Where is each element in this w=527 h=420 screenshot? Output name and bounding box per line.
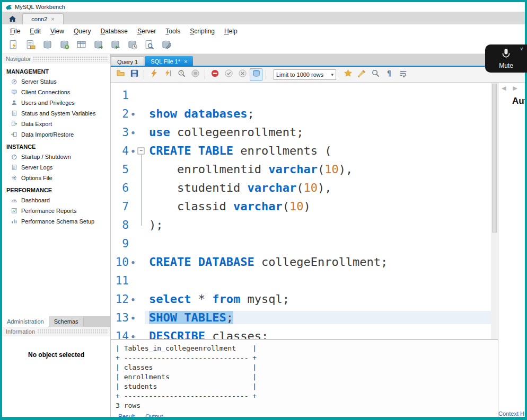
context-help-label[interactable]: Context H [498,410,524,417]
code-line-6[interactable]: 6 studentid varchar(10), [111,178,491,197]
menu-item-database[interactable]: Database [96,24,133,38]
new-connection-button[interactable] [40,39,54,53]
nav-item-data-import-restore[interactable]: Data Import/Restore [2,129,110,140]
menu-item-tools[interactable]: Tools [161,24,185,38]
code-line-8[interactable]: 8); [111,216,491,234]
find-button[interactable] [369,68,382,81]
code-line-14[interactable]: 14●DESCRIBE classes; [111,327,491,339]
mute-label: Mute [499,62,513,69]
line-number: 1 [111,89,129,102]
menu-item-edit[interactable]: Edit [25,24,46,38]
fold-guide [137,123,145,141]
connection-tab-conn2[interactable]: conn2 × [22,13,64,24]
nav-item-server-status[interactable]: Server Status [2,76,110,87]
tab-schemas[interactable]: Schemas [49,316,84,327]
scrollbar-thumb[interactable] [492,84,497,233]
result-tab-partial[interactable]: Output [145,413,163,417]
result-tab-partial[interactable]: Result [118,413,135,417]
tab-query-1[interactable]: Query 1 [111,56,144,67]
home-tab[interactable] [2,13,22,24]
sql-editor[interactable]: 12●show databases;3●use collegeenrollmen… [111,83,498,339]
commit-button[interactable] [222,68,235,81]
server-backup-button[interactable] [125,39,139,53]
rollback-button[interactable] [236,68,249,81]
menu-item-scripting[interactable]: Scripting [185,24,219,38]
line-number: 10 [111,256,129,269]
nav-item-performance-schema-setup[interactable]: Performance Schema Setup [2,216,110,227]
menu-item-view[interactable]: View [46,24,69,38]
main-toolbar [2,38,525,54]
nav-item-startup-shutdown[interactable]: Startup / Shutdown [2,151,110,162]
code-line-3[interactable]: 3●use collegeenrollment; [111,123,491,141]
fold-guide [137,86,145,104]
menu-item-query[interactable]: Query [69,24,96,38]
editor-column: Query 1 SQL File 1* × Limit to 1000 rows… [111,54,525,417]
fold-guide [137,160,145,178]
chevron-down-icon[interactable]: ∨ [520,46,523,51]
fold-toggle-icon[interactable] [137,141,145,160]
additions-nav: ◀ ▶ [498,83,525,92]
code-line-5[interactable]: 5 enrollmentid varchar(10), [111,160,491,178]
search-objects-button[interactable] [142,39,156,53]
editor-tab-strip: Query 1 SQL File 1* × [111,54,525,67]
code-line-2[interactable]: 2●show databases; [111,104,491,123]
data-export-tb-button[interactable] [91,39,105,53]
nav-item-users-and-privileges[interactable]: Users and Privileges [2,97,110,108]
nav-forward-icon[interactable]: ▶ [513,85,517,92]
code-line-11[interactable]: 11 [111,271,491,290]
menu-item-help[interactable]: Help [219,24,242,38]
wrap-text-button[interactable] [397,68,409,81]
close-icon[interactable]: × [51,16,54,22]
navigator-header: Navigator [2,54,110,64]
code-line-13[interactable]: 13●SHOW TABLES; [111,308,491,327]
open-file-button[interactable] [114,68,127,81]
stop-button[interactable] [189,68,201,81]
explain-button[interactable] [175,68,188,81]
code-line-12[interactable]: 12●select * from mysql; [111,290,491,308]
editor-scrollbar[interactable] [491,83,498,339]
performance-schema-icon [11,218,18,225]
execute-current-button[interactable] [161,68,174,81]
mute-overlay[interactable]: ∨ Mute [485,44,527,73]
nav-back-icon[interactable]: ◀ [502,85,506,92]
nav-item-client-connections[interactable]: Client Connections [2,87,110,97]
open-sql-script-button[interactable] [23,39,37,53]
tab-sql-file-1[interactable]: SQL File 1* × [145,56,193,67]
nav-item-data-export[interactable]: Data Export [2,119,110,129]
autocommit-button[interactable] [250,68,262,81]
fold-guide [137,308,145,327]
new-schema-button[interactable] [57,39,71,53]
menu-item-file[interactable]: File [5,24,25,38]
execute-button[interactable] [147,68,160,81]
limit-rows-select[interactable]: Limit to 1000 rows▾ [274,69,336,80]
menu-item-server[interactable]: Server [133,24,161,38]
save-button[interactable] [128,68,140,81]
nav-item-dashboard[interactable]: Dashboard [2,195,110,205]
nav-item-server-logs[interactable]: Server Logs [2,162,110,173]
nav-item-options-file[interactable]: Options File [2,173,110,183]
code-line-4[interactable]: 4●CREATE TABLE enrollments ( [111,141,491,160]
code-line-1[interactable]: 1 [111,86,491,104]
invisible-chars-button[interactable]: ¶ [383,68,396,81]
microphone-icon [502,48,510,61]
code-line-10[interactable]: 10●CREATE DATABASE collegeEnrollment; [111,253,491,271]
new-table-button[interactable] [74,39,88,53]
data-import-tb-button[interactable] [108,39,122,53]
line-number: 5 [111,163,129,176]
new-snippet-button[interactable] [341,68,354,81]
nav-item-performance-reports[interactable]: Performance Reports [2,205,110,216]
connection-tab-label: conn2 [31,16,47,22]
commit-icon [224,69,233,80]
beautify-button[interactable] [355,68,368,81]
stop-on-error-button[interactable] [208,68,221,81]
line-number: 14 [111,330,129,339]
code-line-9[interactable]: 9 [111,234,491,253]
new-query-tab-button[interactable] [6,39,20,53]
nav-item-status-and-system-variables[interactable]: Status and System Variables [2,108,110,119]
code-line-7[interactable]: 7 classid varchar(10) [111,197,491,216]
close-icon[interactable]: × [184,58,187,65]
navigator-header-label: Navigator [2,56,33,62]
tab-administration[interactable]: Administration [2,316,49,327]
server-config-button[interactable] [159,39,173,53]
editor-body: 12●show databases;3●use collegeenrollmen… [111,83,525,417]
